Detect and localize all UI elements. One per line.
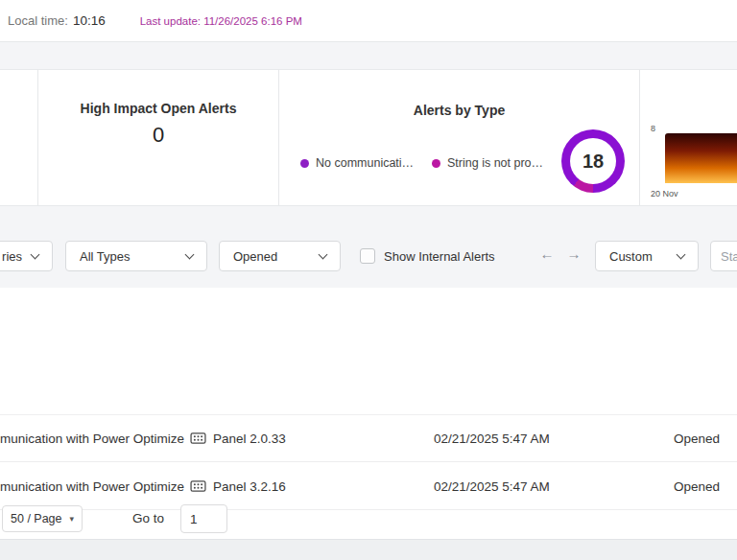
show-internal-alerts-group: Show Internal Alerts (360, 241, 495, 271)
alerts-total-count: 18 (582, 151, 604, 173)
status-dropdown[interactable]: Opened (219, 241, 341, 271)
show-internal-alerts-label: Show Internal Alerts (384, 249, 495, 264)
legend-dot-icon (432, 159, 440, 168)
alerts-donut-chart: 18 (561, 129, 625, 193)
high-impact-count: 0 (153, 123, 164, 148)
alerts-by-type-title: Alerts by Type (279, 103, 639, 118)
categories-dropdown[interactable]: ries (0, 241, 53, 271)
start-date-input[interactable] (710, 241, 737, 271)
goto-page-label: Go to (132, 511, 164, 525)
card-partial-left (0, 70, 38, 205)
last-update-text: Last update: 11/26/2025 6:16 PM (140, 15, 302, 27)
next-period-arrow-icon[interactable]: → (562, 245, 585, 262)
legend-item-no-communication: No communicati… (300, 156, 414, 170)
mini-chart-y-tick: 8 (651, 124, 655, 133)
panel-icon (190, 478, 206, 494)
chevron-down-icon (677, 250, 686, 260)
high-impact-card-title: High Impact Open Alerts (81, 101, 237, 116)
alerts-dashboard: Local time: 10:16 Last update: 11/26/202… (0, 0, 737, 560)
show-internal-alerts-checkbox[interactable] (360, 248, 375, 264)
chevron-down-icon (31, 250, 40, 260)
types-dropdown[interactable]: All Types (65, 241, 207, 271)
local-time-label: Local time: (8, 13, 68, 28)
date-range-dropdown-value: Custom (609, 249, 653, 264)
panel-icon (190, 431, 206, 447)
asset-name[interactable]: Panel 2.0.33 (213, 432, 286, 446)
card-high-impact-alerts: High Impact Open Alerts 0 (38, 70, 279, 205)
alert-message: munication with Power Optimize (0, 478, 184, 493)
status-dropdown-value: Opened (233, 249, 277, 264)
alert-date: 02/21/2025 5:47 AM (434, 432, 550, 446)
bottom-strip (0, 539, 737, 560)
categories-dropdown-value: ries (2, 249, 22, 264)
alert-status: Opened (674, 478, 720, 493)
summary-cards-row: High Impact Open Alerts 0 Alerts by Type… (0, 69, 737, 206)
types-dropdown-value: All Types (80, 249, 131, 264)
caret-down-icon: ▾ (69, 514, 74, 524)
goto-page-input[interactable] (180, 504, 227, 533)
table-row[interactable]: munication with Power Optimize Panel 2.0… (0, 414, 737, 462)
pagination-bar: 50 / Page ▾ Go to (0, 502, 737, 537)
chevron-down-icon (185, 250, 195, 260)
card-alerts-by-type: Alerts by Type No communicati… String is… (279, 70, 640, 205)
legend-item-string-not-producing: String is not pro… (432, 156, 543, 170)
card-mini-energy-chart: 8 20 Nov (640, 70, 737, 205)
asset-name[interactable]: Panel 3.2.16 (213, 478, 286, 493)
alert-date: 02/21/2025 5:47 AM (434, 478, 550, 493)
date-range-dropdown[interactable]: Custom (595, 241, 699, 271)
alerts-table: munication with Power Optimize Panel 2.0… (0, 288, 737, 539)
alert-status: Opened (674, 432, 720, 446)
alert-message: munication with Power Optimize (0, 432, 184, 446)
mini-chart-area (665, 133, 737, 183)
local-time-value: 10:16 (73, 13, 106, 28)
legend-dot-icon (300, 159, 309, 168)
page-size-dropdown[interactable]: 50 / Page ▾ (2, 505, 83, 532)
legend-label: String is not pro… (447, 156, 543, 170)
mini-chart-x-tick: 20 Nov (651, 189, 678, 198)
page-size-value: 50 / Page (11, 512, 62, 525)
previous-period-arrow-icon[interactable]: ← (535, 245, 559, 262)
filters-toolbar: ries All Types Opened Show Internal Aler… (0, 241, 737, 271)
status-bar: Local time: 10:16 Last update: 11/26/202… (0, 0, 737, 42)
chevron-down-icon (319, 250, 328, 260)
legend-label: No communicati… (316, 156, 414, 170)
